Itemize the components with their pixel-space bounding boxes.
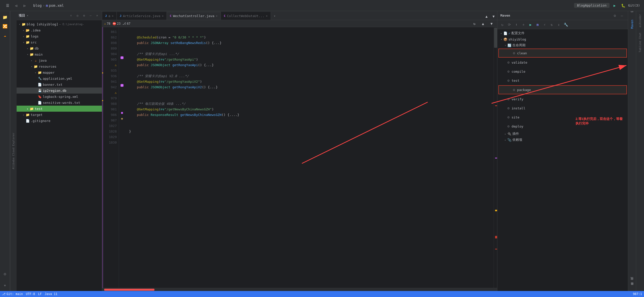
maven-lifecycle[interactable]: ▾ 🔄 生命周期 <box>497 42 628 48</box>
tree-item-gitignore[interactable]: 📄 .gitignore <box>17 118 102 124</box>
git-icon[interactable]: 🔀 <box>1 22 9 30</box>
tab-collect-close[interactable]: × <box>266 14 268 18</box>
scroll-thumb[interactable] <box>494 28 497 48</box>
idea-arrow: ▸ <box>22 28 26 32</box>
code-line-1029: } <box>129 130 131 133</box>
config-check: ✓ <box>508 31 510 35</box>
settings-icon[interactable]: ⚙ <box>1 270 9 278</box>
bookmarks-icon[interactable]: ★ <box>1 281 9 289</box>
right-tab-favorites[interactable]: 收藏夹 <box>628 280 636 284</box>
horizontal-scroll[interactable] <box>102 288 497 291</box>
close-panel[interactable]: × <box>94 13 100 18</box>
lifecycle-test[interactable]: ⚙ test <box>497 76 628 85</box>
aixcoder-tab[interactable]: aiXcoder <box>637 12 643 29</box>
maven-expand[interactable]: ↕ <box>556 22 562 28</box>
lifecycle-clean[interactable]: ⚙ clean 1.先双击这个 <box>498 49 627 58</box>
tree-item-resources[interactable]: ▾ 📁 resources <box>17 63 102 69</box>
lifecycle-install[interactable]: ⚙ install <box>497 104 628 113</box>
right-tab-maven[interactable]: Maven <box>629 18 635 31</box>
tree-item-banner[interactable]: 📄 banner.txt <box>17 81 102 88</box>
tab-wechat-close[interactable]: × <box>216 14 218 18</box>
maven-download[interactable]: ⬇ <box>513 22 519 28</box>
locate-file[interactable]: ◎ <box>75 13 80 18</box>
tab-wechat-label: WechatController.java <box>173 14 214 18</box>
maven-m[interactable]: m <box>535 22 541 28</box>
tree-item-java[interactable]: ▸ ☕ java <box>17 57 102 63</box>
tree-item-mapper[interactable]: ▸ 📁 mapper <box>17 69 102 75</box>
tree-item-src[interactable]: ▾ 📁 src <box>17 39 102 45</box>
minimize-panel[interactable]: — <box>88 13 93 18</box>
maven-run[interactable]: ▶ <box>528 22 534 28</box>
tree-root[interactable]: ▾ 📁 blog [shiyiblog] – E:\java\blog- <box>17 21 102 27</box>
maven-shiyiblog[interactable]: ▾ 📦 shiyiblog <box>497 36 628 42</box>
maven-toggle[interactable]: ⇅ <box>549 22 555 28</box>
nav-down[interactable]: ▼ <box>490 13 497 20</box>
right-tab-structure[interactable]: 结构 <box>628 13 636 17</box>
tab-a[interactable]: J a × <box>102 12 117 20</box>
git-count[interactable]: ⎇ 67 <box>123 22 130 25</box>
verify-label: verify <box>511 97 523 101</box>
debug-btn[interactable]: 🐛 <box>620 2 627 9</box>
tree-item-logback[interactable]: 🔖 logback-spring.xml <box>17 94 102 100</box>
project-icon[interactable]: 📁 <box>1 13 9 21</box>
refresh-btn[interactable]: ↻ <box>471 20 478 27</box>
run-config[interactable]: BlogApplication <box>574 3 610 8</box>
maven-add[interactable]: + <box>520 22 527 28</box>
maven-lifecycle[interactable]: ⚡ <box>542 22 548 28</box>
run-btn[interactable]: ▶ <box>611 2 618 9</box>
error-icon: ⛔ <box>112 22 116 25</box>
ln-936: 936 <box>105 73 117 79</box>
alibaba-cloud-label[interactable]: Alibaba Cloud Explorer <box>10 11 17 291</box>
tree-item-logs[interactable]: ▸ 📁 logs <box>17 33 102 39</box>
maven-settings[interactable]: ⚙ <box>612 13 618 19</box>
tree-item-idea[interactable]: ▸ 📂 .idea <box>17 27 102 33</box>
tree-item-main[interactable]: ▾ 📁 main <box>17 51 102 57</box>
tab-collect[interactable]: C CollectWebDataUt... × <box>221 12 271 20</box>
tab-article-service[interactable]: J ArticleService.java × <box>117 12 167 20</box>
java-version[interactable]: Java 11 <box>45 292 58 296</box>
gitignore-label: .gitignore <box>31 119 50 123</box>
collapse-all[interactable]: ⬆ <box>68 13 74 18</box>
maven-config-files[interactable]: ▸ 📄 ✓ 配置文件 <box>497 30 628 36</box>
maven-dependencies[interactable]: ▸ 📎 依赖项 <box>497 137 628 143</box>
ln-986: 986 <box>105 112 117 118</box>
tree-item-sensitive[interactable]: 📄 sensitive-words.txt <box>17 100 102 106</box>
maven-plugins[interactable]: ▸ 🔌 插件 <box>497 131 628 137</box>
line-ending[interactable]: LF <box>38 292 42 296</box>
lifecycle-verify[interactable]: ⚙ verify <box>497 95 628 104</box>
tab-more[interactable]: ▾ <box>271 12 278 20</box>
maven-minimize[interactable]: — <box>619 13 625 19</box>
nav-up[interactable]: ▲ <box>483 13 490 20</box>
tree-item-target[interactable]: ▸ 📁 target <box>17 112 102 118</box>
maven-refresh[interactable]: ↻ <box>499 22 505 28</box>
right-tab-copilot[interactable]: 副驾驶代码编辑器 <box>629 285 635 289</box>
git-branch[interactable]: ⎇ Git: main <box>2 292 23 296</box>
cloud-icon[interactable]: ☁ <box>1 31 9 39</box>
lifecycle-compile[interactable]: ⚙ compile <box>497 67 628 76</box>
nav-back[interactable]: ◁ <box>13 2 20 9</box>
tab-wechat[interactable]: C WechatController.java × <box>167 12 221 20</box>
code-content[interactable]: @Scheduled(cron = "0 0/30 * * * *") publ… <box>125 27 494 288</box>
git-file-icon: 📄 <box>26 119 30 123</box>
nav-prev-btn[interactable]: ▲ <box>479 20 487 27</box>
nav-forward[interactable]: ▷ <box>21 2 28 9</box>
lifecycle-package[interactable]: ⚙ package <box>498 85 627 94</box>
maven-reimport[interactable]: ⟳ <box>506 22 512 28</box>
warning-count[interactable]: ⚠ 78 <box>104 22 110 25</box>
maven-wrench[interactable]: 🔧 <box>563 22 569 28</box>
tab-a-close[interactable]: × <box>112 14 113 18</box>
tabline-tab[interactable]: Tabline Chat <box>637 30 643 54</box>
menu-icon[interactable]: ☰ <box>4 2 11 9</box>
tree-item-application-yml[interactable]: 🔧 application.yml <box>17 75 102 81</box>
tree-item-ip2region[interactable]: 💾 ip2region.db <box>17 88 102 94</box>
encoding[interactable]: UTF-8 <box>26 292 35 296</box>
lifecycle-validate[interactable]: ⚙ validate <box>497 58 628 67</box>
error-count[interactable]: ⛔ 23 <box>112 22 120 25</box>
tab-article-close[interactable]: × <box>162 14 164 18</box>
nav-next-btn[interactable]: ▼ <box>488 20 495 27</box>
tree-item-db[interactable]: ▸ 📁 db <box>17 45 102 51</box>
tree-item-test[interactable]: ▸ 📁 test <box>17 106 102 112</box>
panel-dropdown[interactable]: ▾ <box>27 14 28 17</box>
tree-settings[interactable]: ⚙ <box>81 13 87 18</box>
code-editor[interactable]: 861 862 898 899 904 905 ⚠ 935 936 941 94… <box>102 27 497 288</box>
